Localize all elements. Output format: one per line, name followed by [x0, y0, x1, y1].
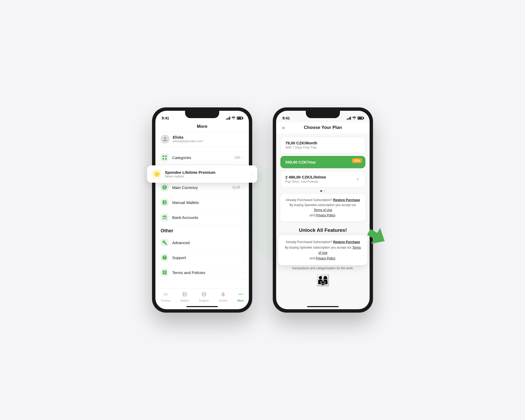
advanced-chevron: › [243, 241, 244, 245]
premium-popup-info: Spendee Lifetime Premium Never expires [165, 170, 216, 178]
bank-accounts-icon [161, 213, 169, 221]
phone1-screen-title: More [155, 122, 249, 132]
phone1-battery-icon [237, 117, 243, 120]
user-name: Eliska [173, 135, 203, 139]
close-button[interactable]: ✕ [281, 125, 285, 131]
menu-item-bank-accounts[interactable]: Bank Accounts › [155, 210, 249, 225]
phone1-status-icons [226, 116, 243, 120]
dot-2 [324, 190, 326, 192]
svg-point-0 [162, 155, 164, 157]
terms-chevron: › [243, 271, 244, 275]
plan-monthly[interactable]: 79,00 CZK/Month With 7 Days Free Trial [280, 137, 365, 153]
advanced-icon [161, 239, 169, 246]
terms-popup-link[interactable]: Terms of Use [318, 246, 361, 255]
currency-icon [161, 183, 169, 191]
phone2-header: ✕ Choose Your Plan [276, 122, 370, 134]
phone1-notch [185, 111, 219, 118]
home-indicator-1 [186, 306, 218, 307]
menu-item-advanced[interactable]: Advanced › [155, 235, 249, 250]
purchase-text: Already Purchased Subscription? [286, 198, 332, 202]
phone2-signal [347, 117, 351, 120]
currency-label: Main Currency [172, 185, 233, 190]
categories-chevron: › [243, 156, 244, 160]
menu-item-categories[interactable]: Categories 100 › [155, 150, 249, 165]
user-info: Eliska eliska@spendee.com [173, 135, 203, 143]
plan-lifetime-check: ✓ [354, 176, 361, 183]
nav-more[interactable]: More [238, 291, 244, 302]
nav-wallets[interactable]: Wallets [181, 291, 189, 302]
home-indicator-2 [307, 306, 339, 307]
premium-popup-subtitle: Never expires [165, 175, 216, 178]
unlock-title: Unlock All Features! [280, 227, 365, 233]
svg-rect-5 [163, 217, 163, 219]
plan-lifetime[interactable]: 2 490,00 CZK/Lifetime Pay Once, Use Fore… [280, 171, 365, 187]
phone2-title: Choose Your Plan [304, 125, 342, 130]
budgets-nav-label: Budgets [199, 299, 209, 302]
phone-2: 9:41 ✕ [273, 108, 373, 312]
plan-yearly-title: 599,00 CZK/Year [285, 160, 360, 164]
menu-item-support[interactable]: Support › [155, 250, 249, 265]
privacy-popup-link[interactable]: Privacy Policy [316, 256, 335, 260]
user-avatar [161, 135, 170, 144]
svg-rect-8 [162, 219, 167, 219]
privacy-link[interactable]: Privacy Policy [316, 213, 335, 217]
phone2-time: 9:41 [282, 116, 290, 120]
more-nav-label: More [238, 299, 244, 302]
categories-icon [161, 154, 169, 161]
other-section-header: Other [155, 225, 249, 235]
premium-popup-icon: 🌟 [152, 169, 162, 179]
nav-timeline[interactable]: Timeline [160, 291, 170, 302]
purchase-popup-content: Already Purchased Subscription? Restore … [284, 239, 362, 261]
plan-monthly-title: 79,00 CZK/Month [285, 141, 360, 145]
phone2-wifi-icon [352, 116, 356, 120]
phone1-time: 9:41 [162, 116, 169, 120]
menu-item-manual-wallets[interactable]: Manual Wallets › [155, 195, 249, 210]
terms-link[interactable]: Terms of Use [314, 208, 332, 212]
phone1-wifi-icon [232, 116, 235, 120]
svg-marker-10 [368, 227, 386, 246]
svg-marker-9 [162, 215, 167, 217]
advanced-label: Advanced [172, 240, 243, 245]
more-nav-icon [238, 291, 244, 298]
plan-yearly[interactable]: 599,00 CZK/Year 37% [280, 156, 365, 168]
manual-wallets-label: Manual Wallets [172, 200, 243, 205]
nav-activity[interactable]: Activity [219, 291, 227, 302]
bank-accounts-chevron: › [243, 216, 244, 219]
plan-dots [276, 190, 370, 192]
support-label: Support [172, 255, 243, 260]
activity-nav-label: Activity [219, 299, 227, 302]
phone2-battery-icon [358, 117, 363, 120]
plan-lifetime-subtitle: Pay Once, Use Forever [285, 180, 360, 183]
family-emoji: 👨‍👩‍👧 [280, 274, 365, 287]
user-email: eliska@spendee.com [173, 139, 203, 143]
nav-budgets[interactable]: Budgets [199, 291, 209, 302]
bank-accounts-label: Bank Accounts [172, 215, 243, 220]
menu-item-terms[interactable]: Terms and Policies › [155, 265, 249, 280]
timeline-nav-icon [162, 291, 168, 298]
phone1-signal [226, 117, 230, 120]
purchase-popup: Already Purchased Subscription? Restore … [278, 235, 368, 265]
restore-purchase-popup-link[interactable]: Restore Purchase [333, 240, 360, 244]
timeline-nav-label: Timeline [160, 299, 170, 302]
terms-label: Terms and Policies [172, 270, 243, 275]
restore-purchase-link[interactable]: Restore Purchase [333, 198, 360, 202]
plan-lifetime-title: 2 490,00 CZK/Lifetime [285, 175, 360, 179]
wallets-nav-label: Wallets [181, 299, 189, 302]
phone2-notch [306, 111, 340, 118]
support-chevron: › [243, 256, 244, 260]
user-chevron: › [203, 137, 204, 141]
wallets-nav-icon [182, 291, 188, 298]
svg-rect-4 [162, 217, 167, 217]
premium-popup-title: Spendee Lifetime Premium [165, 170, 216, 175]
budgets-nav-icon [201, 291, 207, 298]
manual-wallets-chevron: › [243, 201, 244, 204]
svg-rect-7 [166, 217, 166, 219]
svg-point-3 [165, 158, 167, 160]
user-row[interactable]: Eliska eliska@spendee.com › [155, 132, 249, 146]
svg-point-1 [165, 155, 167, 157]
dot-1 [320, 190, 322, 192]
purchase-info: Already Purchased Subscription? Restore … [280, 194, 365, 222]
premium-popup-chevron[interactable]: › [251, 172, 253, 176]
phone-1: 9:41 More [152, 108, 252, 312]
support-icon [161, 254, 169, 261]
